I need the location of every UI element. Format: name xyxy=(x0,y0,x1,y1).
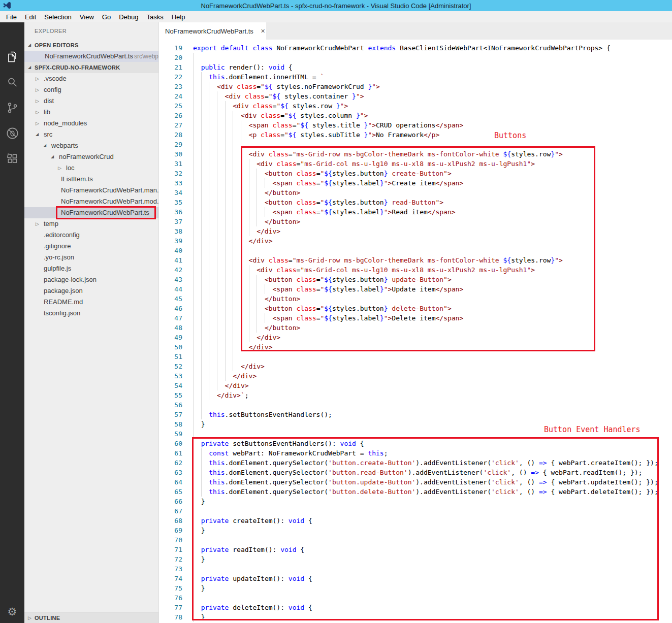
menu-file[interactable]: File xyxy=(2,12,21,22)
extensions-icon[interactable] xyxy=(0,146,24,171)
code-line-41[interactable]: 41<div class="ms-Grid-row ms-bgColor-the… xyxy=(159,255,672,265)
open-editors-header[interactable]: ◢ OPEN EDITORS xyxy=(24,40,158,51)
menu-debug[interactable]: Debug xyxy=(115,12,142,22)
code-line-46[interactable]: 46<button class="${styles.button} delete… xyxy=(159,304,672,313)
search-icon[interactable] xyxy=(0,70,24,94)
tree-item-noframeworkcrud[interactable]: ◢noFrameworkCrud xyxy=(24,151,158,162)
tab-close-icon[interactable]: ✕ xyxy=(261,28,265,35)
tree-item--yo-rc-json[interactable]: .yo-rc.json xyxy=(24,252,158,263)
explorer-files-icon[interactable] xyxy=(0,45,24,69)
code-line-39[interactable]: 39</div> xyxy=(159,236,672,246)
code-line-36[interactable]: 36<span class="${styles.label}">Read ite… xyxy=(159,207,672,217)
tree-item-package-lock-json[interactable]: package-lock.json xyxy=(24,274,158,285)
tree-item-noframeworkcrudwebpart-ts[interactable]: NoFrameworkCrudWebPart.ts xyxy=(24,207,158,218)
code-line-61[interactable]: 61const webPart: NoFrameworkCrudWebPart … xyxy=(159,448,672,458)
code-line-72[interactable]: 72} xyxy=(159,554,672,564)
menu-help[interactable]: Help xyxy=(168,12,189,22)
code-line-45[interactable]: 45</button> xyxy=(159,294,672,304)
code-line-58[interactable]: 58} xyxy=(159,419,672,429)
code-line-55[interactable]: 55</div>`; xyxy=(159,390,672,400)
code-line-25[interactable]: 25<div class="${ styles.row }"> xyxy=(159,101,672,111)
code-line-32[interactable]: 32<button class="${styles.button} create… xyxy=(159,169,672,178)
open-editor-item[interactable]: NoFrameworkCrudWebPart.ts src\webp.. xyxy=(24,51,158,62)
code-line-20[interactable]: 20 xyxy=(159,53,672,62)
code-line-76[interactable]: 76 xyxy=(159,593,672,603)
code-line-69[interactable]: 69} xyxy=(159,526,672,535)
code-line-77[interactable]: 77private deleteItem(): void { xyxy=(159,603,672,612)
tree-item-node-modules[interactable]: ▷node_modules xyxy=(24,118,158,129)
tree-item-loc[interactable]: ▷loc xyxy=(24,162,158,174)
code-line-60[interactable]: 60private setButtonsEventHandlers(): voi… xyxy=(159,439,672,448)
code-line-24[interactable]: 24<div class="${ styles.container }"> xyxy=(159,91,672,101)
code-line-56[interactable]: 56 xyxy=(159,400,672,410)
code-line-28[interactable]: 28<p class="${ styles.subTitle }">No Fra… xyxy=(159,130,672,140)
debug-disabled-icon[interactable] xyxy=(0,121,24,145)
menu-tasks[interactable]: Tasks xyxy=(142,12,167,22)
code-line-65[interactable]: 65this.domElement.querySelector('button.… xyxy=(159,487,672,497)
tree-item-config[interactable]: ▷config xyxy=(24,84,158,95)
project-root-header[interactable]: ◢ SPFX-CRUD-NO-FRAMEWORK xyxy=(24,62,158,73)
source-control-icon[interactable] xyxy=(0,95,24,120)
code-line-75[interactable]: 75} xyxy=(159,583,672,593)
code-line-30[interactable]: 30<div class="ms-Grid-row ms-bgColor-the… xyxy=(159,149,672,159)
tree-item-ilistitem-ts[interactable]: IListItem.ts xyxy=(24,174,158,185)
tree-item-package-json[interactable]: package.json xyxy=(24,285,158,297)
code-line-74[interactable]: 74private updateItem(): void { xyxy=(159,574,672,583)
code-line-68[interactable]: 68private createItem(): void { xyxy=(159,516,672,526)
code-line-31[interactable]: 31<div class="ms-Grid-col ms-u-lg10 ms-u… xyxy=(159,159,672,169)
menu-selection[interactable]: Selection xyxy=(40,12,75,22)
tree-item-noframeworkcrudwebpart-mod-[interactable]: NoFrameworkCrudWebPart.mod.. xyxy=(24,196,158,207)
code-line-62[interactable]: 62this.domElement.querySelector('button.… xyxy=(159,458,672,468)
code-line-64[interactable]: 64this.domElement.querySelector('button.… xyxy=(159,477,672,487)
code-line-40[interactable]: 40 xyxy=(159,246,672,255)
menu-view[interactable]: View xyxy=(76,12,98,22)
code-line-47[interactable]: 47<span class="${styles.label}">Delete i… xyxy=(159,313,672,323)
tree-item-readme-md[interactable]: README.md xyxy=(24,297,158,308)
tree-item-gulpfile-js[interactable]: gulpfile.js xyxy=(24,263,158,274)
tree-item-temp[interactable]: ▷temp xyxy=(24,218,158,229)
code-line-43[interactable]: 43<button class="${styles.button} update… xyxy=(159,275,672,284)
code-line-51[interactable]: 51 xyxy=(159,352,672,362)
code-line-42[interactable]: 42<div class="ms-Grid-col ms-u-lg10 ms-u… xyxy=(159,265,672,275)
code-line-27[interactable]: 27<span class="${ styles.title }">CRUD o… xyxy=(159,120,672,130)
code-line-19[interactable]: 19export default class NoFrameworkCrudWe… xyxy=(159,43,672,53)
code-line-63[interactable]: 63this.domElement.querySelector('button.… xyxy=(159,468,672,477)
tree-item-webparts[interactable]: ◢webparts xyxy=(24,140,158,151)
code-line-37[interactable]: 37</button> xyxy=(159,217,672,226)
tree-item--gitignore[interactable]: .gitignore xyxy=(24,241,158,252)
code-line-34[interactable]: 34</button> xyxy=(159,188,672,198)
tree-item-src[interactable]: ◢src xyxy=(24,129,158,140)
code-line-49[interactable]: 49</div> xyxy=(159,333,672,342)
tree-item-dist[interactable]: ▷dist xyxy=(24,95,158,107)
code-line-57[interactable]: 57this.setButtonsEventHandlers(); xyxy=(159,410,672,419)
settings-gear-icon[interactable]: ⚙ xyxy=(0,606,24,618)
code-line-23[interactable]: 23<div class="${ styles.noFrameworkCrud … xyxy=(159,82,672,91)
tree-item--vscode[interactable]: ▷.vscode xyxy=(24,73,158,84)
code-editor[interactable]: Buttons Button Event Handlers 19export d… xyxy=(159,40,672,623)
tree-item-noframeworkcrudwebpart-man-[interactable]: NoFrameworkCrudWebPart.man... xyxy=(24,185,158,196)
code-line-71[interactable]: 71private readItem(): void { xyxy=(159,545,672,554)
code-line-35[interactable]: 35<button class="${styles.button} read-B… xyxy=(159,198,672,207)
menu-edit[interactable]: Edit xyxy=(21,12,40,22)
code-line-21[interactable]: 21public render(): void { xyxy=(159,62,672,72)
code-line-38[interactable]: 38</div> xyxy=(159,226,672,236)
code-line-26[interactable]: 26<div class="${ styles.column }"> xyxy=(159,111,672,120)
tree-item--editorconfig[interactable]: .editorconfig xyxy=(24,229,158,241)
code-line-54[interactable]: 54</div> xyxy=(159,381,672,390)
code-line-53[interactable]: 53</div> xyxy=(159,371,672,381)
code-line-44[interactable]: 44<span class="${styles.label}">Update i… xyxy=(159,284,672,294)
tree-item-tsconfig-json[interactable]: tsconfig.json xyxy=(24,308,158,319)
code-line-48[interactable]: 48</button> xyxy=(159,323,672,333)
code-line-67[interactable]: 67 xyxy=(159,506,672,516)
code-line-78[interactable]: 78} xyxy=(159,612,672,622)
code-line-29[interactable]: 29 xyxy=(159,140,672,149)
tab-noframeworkcrudwebpart[interactable]: NoFrameworkCrudWebPart.ts ✕ xyxy=(159,22,266,40)
code-line-73[interactable]: 73 xyxy=(159,564,672,574)
code-line-52[interactable]: 52</div> xyxy=(159,362,672,371)
code-line-33[interactable]: 33<span class="${styles.label}">Create i… xyxy=(159,178,672,188)
tree-item-lib[interactable]: ▷lib xyxy=(24,107,158,118)
menu-go[interactable]: Go xyxy=(98,12,115,22)
code-line-22[interactable]: 22this.domElement.innerHTML = ` xyxy=(159,72,672,82)
code-line-50[interactable]: 50</div> xyxy=(159,342,672,352)
code-line-66[interactable]: 66} xyxy=(159,497,672,506)
